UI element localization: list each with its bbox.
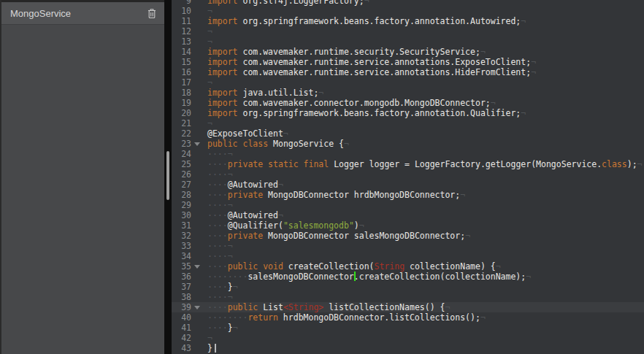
code-text[interactable]: ········salesMongoDBConnector.createColl… (207, 272, 644, 282)
delete-service-button[interactable] (144, 5, 160, 21)
token: org.springframework.beans.factory.annota… (238, 108, 521, 118)
code-text[interactable]: ¬ (207, 77, 644, 88)
fold-slot (191, 312, 207, 323)
code-text[interactable]: import com.wavemaker.runtime.service.ann… (207, 67, 644, 77)
code-line[interactable]: 27····@Autowired¬ (172, 180, 644, 190)
code-line[interactable]: 23public class MongoService {¬ (172, 139, 644, 149)
code-text[interactable]: ¬ (207, 333, 644, 343)
code-line[interactable]: 10¬ (172, 6, 644, 16)
code-line[interactable]: 9import org.slf4j.LoggerFactory;¬ (172, 0, 644, 6)
code-text[interactable]: ····¬ (207, 200, 644, 210)
code-line[interactable]: 43} (172, 343, 644, 353)
code-text[interactable]: ····¬ (207, 251, 644, 261)
code-line[interactable]: 34····¬ (172, 251, 644, 261)
code-line[interactable]: 39····public List<String> listCollection… (172, 302, 644, 312)
indent-dots: ···· (207, 302, 228, 312)
code-text[interactable]: ····¬ (207, 169, 644, 180)
code-text[interactable]: ····¬ (207, 292, 644, 302)
fold-chevron-icon[interactable] (194, 306, 200, 309)
code-text[interactable]: ····@Autowired¬ (207, 210, 644, 220)
fold-chevron-icon[interactable] (194, 142, 200, 146)
code-line[interactable]: 42¬ (172, 333, 644, 343)
sidebar-item-mongoservice[interactable]: MongoService (1, 2, 164, 25)
code-line[interactable]: 31····@Qualifier("salesmongodb")¬ (172, 220, 644, 231)
code-text[interactable]: ····private static final Logger logger =… (207, 159, 644, 169)
fold-slot (191, 210, 207, 220)
code-text[interactable]: ····private MongoDBConnector salesMongoD… (207, 231, 644, 241)
eol-marker: ¬ (480, 312, 486, 323)
code-text[interactable]: ····¬ (207, 241, 644, 251)
token: @Qualifier( (228, 220, 283, 231)
token: } (207, 343, 212, 353)
code-text[interactable]: @ExposeToClient¬ (207, 128, 644, 139)
code-line[interactable]: 32····private MongoDBConnector salesMong… (172, 231, 644, 241)
code-line[interactable]: 26····¬ (172, 169, 644, 180)
code-line[interactable]: 20import org.springframework.beans.facto… (172, 108, 644, 118)
code-text[interactable]: import com.wavemaker.runtime.service.ann… (207, 57, 644, 67)
code-text[interactable]: ¬ (207, 36, 644, 47)
code-line[interactable]: 18import java.util.List;¬ (172, 88, 644, 98)
code-line[interactable]: 15import com.wavemaker.runtime.service.a… (172, 57, 644, 67)
fold-slot (191, 282, 207, 292)
code-line[interactable]: 13¬ (172, 36, 644, 47)
code-text[interactable]: ····}¬ (207, 323, 644, 333)
code-text[interactable]: import com.wavemaker.connector.mongodb.M… (207, 98, 644, 108)
code-line[interactable]: 36········salesMongoDBConnector.createCo… (172, 272, 644, 282)
code-text[interactable]: } (207, 343, 644, 353)
code-line[interactable]: 24····¬ (172, 149, 644, 159)
code-text[interactable]: import org.slf4j.LoggerFactory;¬ (207, 0, 644, 6)
code-text[interactable]: ¬ (207, 26, 644, 36)
code-text[interactable]: ¬ (207, 118, 644, 128)
line-number: 15 (172, 57, 191, 67)
code-line[interactable]: 38····¬ (172, 292, 644, 302)
token (299, 159, 304, 169)
code-line[interactable]: 22@ExposeToClient¬ (172, 128, 644, 139)
code-text[interactable]: import org.springframework.beans.factory… (207, 108, 644, 118)
sidebar-scrollbar-thumb[interactable] (166, 151, 169, 200)
code-text[interactable]: ····@Autowired¬ (207, 180, 644, 190)
code-text[interactable]: ····private MongoDBConnector hrdbMongoDB… (207, 190, 644, 200)
code-line[interactable]: 21¬ (172, 118, 644, 128)
code-editor[interactable]: 9import org.slf4j.LoggerFactory;¬10¬11im… (172, 0, 644, 354)
code-line[interactable]: 17¬ (172, 77, 644, 88)
code-text[interactable]: ····@Qualifier("salesmongodb")¬ (207, 220, 644, 231)
code-text[interactable]: import com.wavemaker.runtime.security.Se… (207, 47, 644, 57)
code-line[interactable]: 30····@Autowired¬ (172, 210, 644, 220)
code-text[interactable]: ¬ (207, 6, 644, 16)
code-line[interactable]: 40········return hrdbMongoDBConnector.li… (172, 312, 644, 323)
eol-marker: ¬ (344, 139, 349, 149)
code-line[interactable]: 35····public void createCollection(Strin… (172, 261, 644, 272)
code-line[interactable]: 14import com.wavemaker.runtime.security.… (172, 47, 644, 57)
code-line[interactable]: 41····}¬ (172, 323, 644, 333)
code-text[interactable]: public class MongoService {¬ (207, 139, 644, 149)
fold-slot (191, 6, 207, 16)
indent-dots: ···· (207, 261, 228, 272)
code-line[interactable]: 37····}¬ (172, 282, 644, 292)
code-line[interactable]: 19import com.wavemaker.connector.mongodb… (172, 98, 644, 108)
code-text[interactable]: ····¬ (207, 149, 644, 159)
code-text[interactable]: ····public List<String> listCollectionNa… (207, 302, 644, 312)
gutter: 25 (172, 159, 207, 169)
code-text[interactable]: ····public void createCollection(String … (207, 261, 644, 272)
code-line[interactable]: 29····¬ (172, 200, 644, 210)
code-text[interactable]: ····}¬ (207, 282, 644, 292)
eol-marker: ¬ (531, 57, 536, 67)
token: @Autowired (228, 180, 278, 190)
code-line[interactable]: 11import org.springframework.beans.facto… (172, 16, 644, 26)
code-line[interactable]: 25····private static final Logger logger… (172, 159, 644, 169)
line-number: 33 (172, 241, 191, 251)
eol-marker: ¬ (465, 231, 470, 241)
code-text[interactable]: import java.util.List;¬ (207, 88, 644, 98)
line-number: 23 (172, 139, 191, 149)
fold-chevron-icon[interactable] (194, 265, 200, 269)
gutter: 36 (172, 272, 207, 282)
code-line[interactable]: 28····private MongoDBConnector hrdbMongo… (172, 190, 644, 200)
code-line[interactable]: 12¬ (172, 26, 644, 36)
code-text[interactable]: import org.springframework.beans.factory… (207, 16, 644, 26)
code-text[interactable]: ········return hrdbMongoDBConnector.list… (207, 312, 644, 323)
token: public (207, 139, 238, 149)
line-number: 28 (172, 190, 191, 200)
eol-marker: ¬ (521, 16, 526, 26)
code-line[interactable]: 33····¬ (172, 241, 644, 251)
code-line[interactable]: 16import com.wavemaker.runtime.service.a… (172, 67, 644, 77)
